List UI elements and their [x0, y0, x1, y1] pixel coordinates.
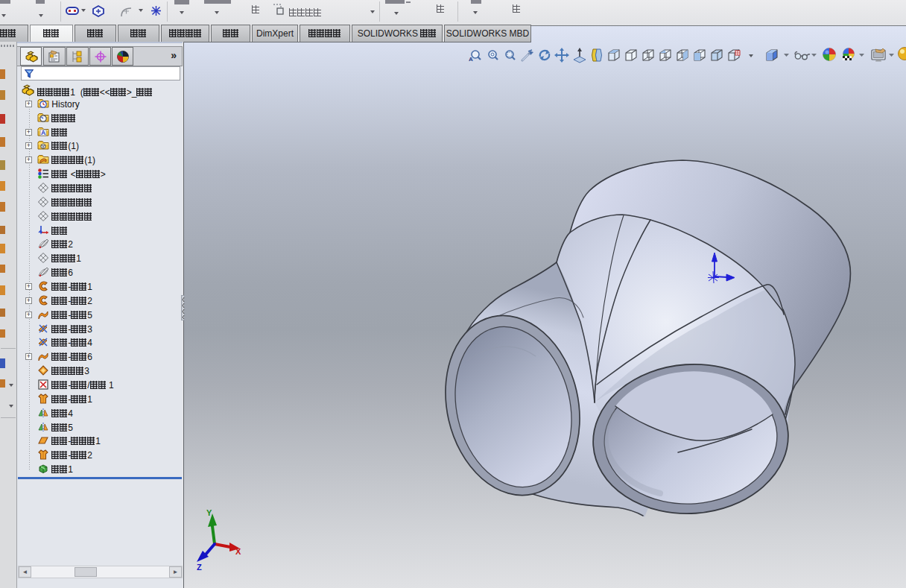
- svg-text:A: A: [469, 56, 473, 63]
- svg-text:X: X: [235, 547, 241, 556]
- svg-text:Y: Y: [206, 508, 212, 517]
- svg-text:Z: Z: [197, 563, 202, 572]
